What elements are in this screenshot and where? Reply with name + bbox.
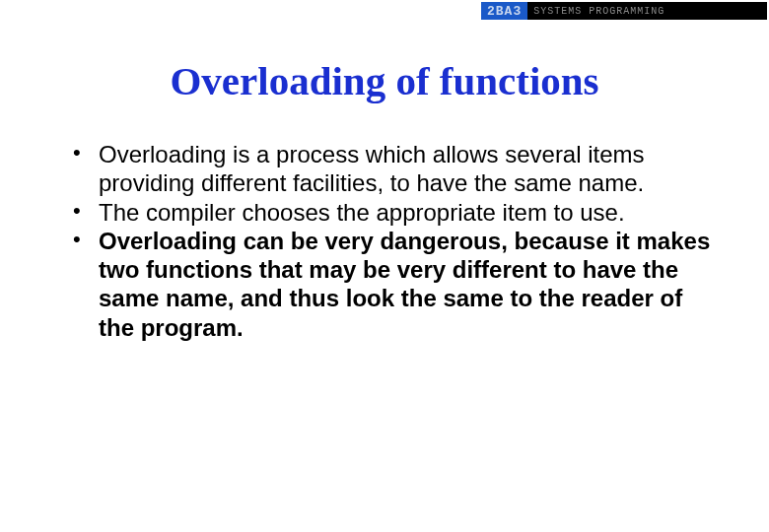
list-item: Overloading is a process which allows se…	[67, 140, 722, 198]
bullet-list: Overloading is a process which allows se…	[47, 140, 722, 342]
slide-body: Overloading of functions Overloading is …	[0, 0, 769, 342]
bullet-text: Overloading can be very dangerous, becau…	[99, 228, 710, 341]
list-item: The compiler chooses the appropriate ite…	[67, 198, 722, 227]
bullet-text: Overloading is a process which allows se…	[99, 141, 645, 196]
bullet-text: The compiler chooses the appropriate ite…	[99, 199, 625, 226]
slide-title: Overloading of functions	[47, 57, 722, 104]
list-item: Overloading can be very dangerous, becau…	[67, 227, 722, 342]
